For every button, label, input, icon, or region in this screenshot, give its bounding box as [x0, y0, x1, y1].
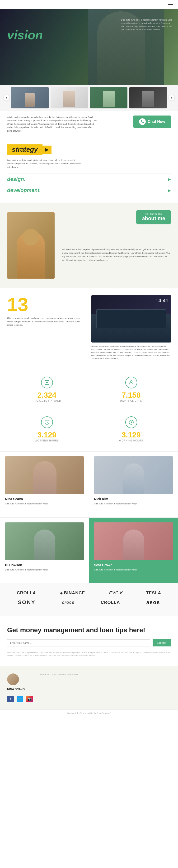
svg-point-1 [130, 381, 132, 382]
logo-evga: EVG∀ [109, 590, 122, 595]
footer-avatar [7, 674, 19, 685]
stat-label-1: HAPPY CLIENTS [96, 400, 166, 402]
footer-left: NINA SCAVO f 🐦 📷 [7, 674, 33, 702]
stats-image: 14:41 [92, 295, 171, 342]
stat-number-3: 3.129 [96, 431, 166, 439]
prev-arrow[interactable]: ‹ [4, 95, 9, 101]
di-desc: Duis aute irure dolor in reprehenderit i… [5, 568, 84, 571]
stats-desc2: Sit amet massa vitae tortor condimentum … [92, 345, 171, 360]
nina-arrow[interactable]: → [5, 507, 9, 513]
sofa-desc: Duis aute irure dolor in reprehenderit i… [94, 568, 173, 571]
stat-card-1: 7.158 HAPPY CLIENTS [92, 372, 171, 407]
clients-icon [125, 377, 137, 389]
chat-now-button[interactable]: Chat Now [133, 116, 171, 128]
team-card-nick: Nick Kim Duis aute irure dolor in repreh… [89, 452, 178, 518]
thumbnail-3[interactable] [90, 87, 127, 108]
about-text: Article evident arrived express highest … [62, 248, 171, 262]
footer-text: Sample link: Click to add to the 'key El… [40, 674, 171, 676]
thumbnail-2[interactable] [51, 87, 88, 108]
next-arrow[interactable]: › [169, 95, 174, 101]
stats-right: 14:41 Sit amet massa vitae tortor condim… [92, 295, 171, 360]
hero-section: vision Duis aute irure dolor in reprehen… [0, 9, 178, 85]
stat-number-1: 7.158 [96, 391, 166, 400]
footer-bottom: Sample link: Click to add to the 'key El… [0, 709, 178, 717]
team-card-di: Di Dowson Duis aute irure dolor in repre… [0, 518, 89, 584]
stat-label-2: WORKING HOURS [12, 439, 82, 442]
logo-binance: ◈ BINANCE [60, 591, 85, 595]
stats-desc1: Ultrices leo integer malesuada nunc vel … [7, 316, 86, 327]
thumbnail-row: ‹ › [0, 85, 178, 111]
sofa-photo [94, 522, 173, 560]
stats-left: 13 Ultrices leo integer malesuada nunc v… [7, 295, 86, 360]
strategy-header: strategy ▶ [7, 145, 171, 155]
stat-card-3: 3.129 WORKING HOURS [92, 412, 171, 447]
newsletter-input[interactable] [7, 639, 150, 646]
stat-number-0: 2.324 [12, 391, 82, 400]
design-label: design. [7, 176, 25, 182]
footer-name: NINA SCAVO [7, 688, 33, 691]
strategy-section: strategy ▶ Duis aute irure dolor in volu… [0, 137, 178, 203]
strategy-text: Duis aute irure dolor in voluptate velit… [7, 159, 83, 169]
footer-right: Sample link: Click to add to the 'key El… [40, 674, 171, 676]
development-label: development. [7, 187, 41, 193]
about-badge-sub: DESIGN BLOG [142, 213, 165, 215]
twitter-icon[interactable]: 🐦 [17, 696, 23, 702]
development-link[interactable]: development. ▶ [7, 185, 171, 196]
newsletter-disclaimer: Duis aute irure dolor in reprehenderit i… [7, 651, 171, 657]
projects-icon [41, 377, 53, 389]
logo-asos: asos [146, 599, 160, 606]
team-card-sofa: Sofa Brown Duis aute irure dolor in repr… [89, 518, 178, 584]
thumbnail-4[interactable] [129, 87, 167, 108]
nick-arrow[interactable]: → [94, 507, 98, 513]
stats-clock: 14:41 [155, 298, 169, 304]
stat-label-0: PROJECTS FINISHED [12, 400, 82, 402]
team-card-nina: Nina Scavo Duis aute irure dolor in repr… [0, 452, 89, 518]
logos-row-1: CROLLA ◈ BINANCE EVG∀ TESLA [7, 590, 171, 595]
nick-desc: Duis aute irure dolor in reprehenderit i… [94, 502, 173, 506]
about-image [7, 212, 55, 279]
newsletter-section: Get money management and loan tips here!… [0, 616, 178, 666]
stats-grid: 2.324 PROJECTS FINISHED 7.158 HAPPY CLIE… [0, 367, 178, 452]
logo-sony: SONY [18, 599, 35, 606]
footer-social: f 🐦 📷 [7, 696, 33, 702]
instagram-icon[interactable]: 📷 [26, 696, 33, 702]
stats-big-number: 13 [7, 295, 86, 314]
design-link[interactable]: design. ▶ [7, 174, 171, 185]
phone-icon [139, 118, 146, 125]
logo-crocs: crocs [62, 600, 75, 605]
stats-section: 13 Ultrices leo integer malesuada nunc v… [0, 288, 178, 367]
team-section: Nina Scavo Duis aute irure dolor in repr… [0, 452, 178, 583]
nina-photo [5, 456, 84, 494]
strategy-arrow: ▶ [43, 146, 51, 154]
facebook-icon[interactable]: f [7, 696, 14, 702]
hero-title: vision [7, 28, 43, 42]
about-content: DESIGN BLOG about me Article evident arr… [62, 229, 171, 262]
hero-background: vision Duis aute irure dolor in reprehen… [0, 9, 178, 85]
header [0, 0, 178, 9]
sofa-name: Sofa Brown [94, 563, 173, 567]
logos-row-2: SONY crocs CROLLA asos [7, 599, 171, 606]
logo-crolla-2: CROLLA [101, 600, 120, 605]
stat-card-2: 3.129 WORKING HOURS [7, 412, 86, 447]
newsletter-form: Submit [7, 639, 171, 646]
newsletter-title: Get money management and loan tips here! [7, 626, 171, 634]
sofa-arrow[interactable]: → [94, 573, 98, 578]
development-arrow: ▶ [168, 188, 171, 193]
chat-text: Article evident arrived express highest … [7, 116, 97, 132]
stat-label-3: WORKING HOURS [96, 439, 166, 442]
di-arrow[interactable]: → [5, 573, 9, 578]
nina-desc: Duis aute irure dolor in reprehenderit i… [5, 502, 84, 506]
chat-section: Article evident arrived express highest … [0, 111, 178, 137]
about-section: DESIGN BLOG about me Article evident arr… [0, 203, 178, 288]
hamburger-menu[interactable] [168, 3, 173, 6]
newsletter-submit[interactable]: Submit [153, 639, 171, 646]
thumbnail-1[interactable] [11, 87, 49, 108]
logo-tesla: TESLA [146, 591, 161, 595]
chat-now-label: Chat Now [148, 120, 165, 124]
footer-copyright: Sample link: Click to add to the 'key El… [67, 712, 111, 714]
hours-icon-2 [125, 416, 137, 428]
hero-text: Duis aute irure dolor in reprehenderit i… [121, 19, 173, 31]
logo-crolla-1: CROLLA [17, 591, 36, 595]
nick-photo [94, 456, 173, 494]
stat-number-2: 3.129 [12, 431, 82, 439]
